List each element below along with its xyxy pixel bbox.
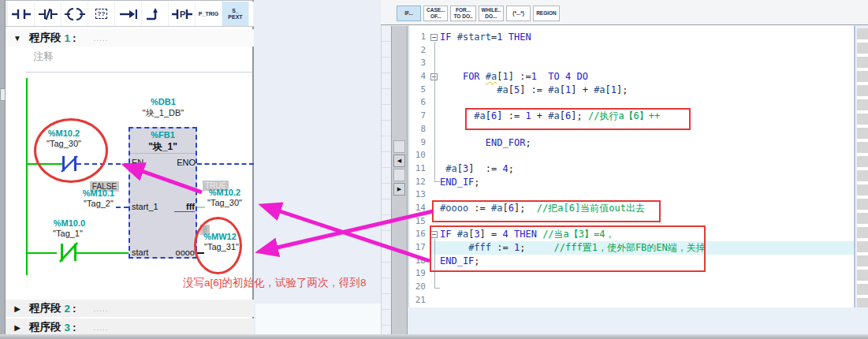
scl-toolbar-comment-button[interactable]: (*...*) — [506, 6, 531, 21]
scl-toolbar-region-button[interactable]: REGION — [533, 6, 560, 21]
code-line-12[interactable]: 12END_IF; — [409, 176, 854, 189]
red-annotation-text: 没写a[6]的初始化，试验了两次，得到8 — [183, 276, 419, 290]
out1-address[interactable]: %M10.2 — [204, 188, 245, 198]
line-number: 7 — [409, 110, 430, 123]
scl-toolbar-case-of-button[interactable]: CASE...OF... — [423, 6, 448, 21]
splitter-thumb[interactable] — [393, 140, 405, 153]
network-3-title-placeholder[interactable]: ..... — [76, 323, 109, 332]
fb-header-divider — [130, 153, 196, 154]
line-number: 15 — [409, 215, 430, 229]
in1-address[interactable]: %M10.1 — [78, 188, 119, 199]
network-comment[interactable]: 注释 — [33, 50, 246, 69]
empty-box-icon[interactable]: ?? — [88, 2, 114, 26]
empty-box-label: ?? — [95, 9, 108, 19]
coil-icon[interactable] — [61, 2, 88, 26]
network-1-header[interactable]: ▼ 程序段 1 : ..... — [6, 29, 254, 47]
line-number: 1 — [409, 31, 430, 44]
splitter-thumb[interactable] — [393, 169, 405, 181]
scl-toolbar-while-do-button[interactable]: WHILE..DO... — [479, 6, 505, 21]
highlight-box-line7 — [465, 108, 691, 130]
pin-fff[interactable]: fff — [174, 202, 195, 212]
line-number: 14 — [409, 202, 430, 215]
line-number: 12 — [409, 176, 430, 189]
close-branch-icon[interactable] — [142, 2, 168, 26]
line-number: 8 — [409, 123, 430, 136]
p-contact-icon[interactable]: P — [169, 2, 195, 26]
comment-underline — [25, 72, 252, 73]
code-line-2[interactable]: 2 — [409, 44, 854, 58]
open-branch-icon[interactable] — [115, 2, 141, 26]
highlight-circle-out2 — [194, 217, 242, 274]
window-bottom-edge — [0, 334, 868, 339]
p-trig-label: P_TRIG — [199, 11, 218, 17]
pin-eno[interactable]: ENO — [175, 158, 196, 167]
network-2-header[interactable]: ▶ 程序段 2 : ..... — [6, 300, 254, 317]
code-text: IF #start=1 THEN — [440, 31, 854, 44]
pin-en[interactable]: EN — [132, 158, 143, 167]
window-left-edge — [0, 0, 6, 339]
splitter-collapse-left-icon[interactable]: ◀ — [393, 155, 405, 167]
in1-tag-name[interactable]: "Tag_2" — [78, 199, 119, 209]
pin-start[interactable]: start — [132, 248, 148, 257]
line-number: 2 — [409, 44, 430, 58]
network-3-header[interactable]: ▶ 程序段 3 : ..... — [6, 319, 254, 336]
s-pext-button[interactable]: S_ PEXT — [222, 2, 248, 26]
code-line-1[interactable]: 1−IF #start=1 THEN — [409, 31, 854, 44]
code-line-10[interactable]: 10 — [409, 149, 854, 162]
fb-block[interactable]: %FB1 "块_1" — [129, 127, 197, 259]
contact2-address[interactable]: %M10.0 — [49, 218, 90, 229]
code-line-3[interactable]: 3 — [409, 57, 854, 70]
line-number: 17 — [409, 241, 430, 255]
power-rail — [26, 78, 28, 275]
code-text: FOR #a[1] :=1 TO 4 DO — [440, 70, 854, 84]
code-text: END_IF; — [440, 176, 854, 189]
line-number: 16 — [409, 228, 430, 241]
lad-toolbar: ?? P P_TRIG S_ PEXT — [6, 2, 254, 27]
line-number: 6 — [409, 96, 430, 110]
nc-contact-icon[interactable] — [35, 2, 61, 26]
collapse-triangle-icon[interactable]: ▼ — [6, 34, 29, 43]
fold-connector — [434, 42, 435, 181]
code-line-5[interactable]: 5 #a[5] := #a[1] + #a[1]; — [409, 84, 854, 97]
p-trig-button[interactable]: P_TRIG — [196, 2, 222, 26]
code-line-9[interactable]: 9 END_FOR; — [409, 136, 854, 150]
scl-toolbar-for-to-do-button[interactable]: FOR...TO DO.. — [450, 6, 475, 21]
scl-toolbar: IF...CASE...OF...FOR...TO DO..WHILE..DO.… — [397, 6, 560, 21]
scl-toolbar-if-button[interactable]: IF... — [397, 6, 421, 21]
network-1-title: 程序段 — [29, 31, 61, 45]
no-contact-icon[interactable] — [8, 2, 34, 26]
line-number: 4 — [409, 70, 430, 84]
svg-text:P: P — [180, 9, 185, 19]
line-number: 10 — [409, 149, 430, 162]
line-number: 13 — [409, 188, 430, 202]
splitter-collapse-right-icon[interactable]: ▶ — [393, 183, 405, 196]
db-address[interactable]: %DB1 — [138, 97, 188, 107]
network-1-title-placeholder[interactable]: ..... — [76, 34, 109, 43]
code-text — [440, 149, 854, 162]
contact2-tag-name[interactable]: "Tag_1" — [47, 229, 88, 239]
network-1-number: 1 — [61, 32, 71, 44]
splitter-grip[interactable] — [0, 88, 6, 101]
highlight-box-lines16-18 — [430, 225, 706, 272]
network-2-title: 程序段 — [29, 301, 61, 315]
code-line-11[interactable]: 11 #a[3] := 4; — [409, 162, 854, 176]
empty-canvas-area — [255, 26, 381, 304]
expand-triangle-icon[interactable]: ▶ — [6, 323, 29, 332]
fb-address: %FB1 — [130, 129, 196, 140]
code-text — [440, 44, 854, 58]
code-line-20[interactable]: 20 — [409, 281, 854, 294]
out1-tag-name[interactable]: "Tag_30" — [201, 198, 248, 208]
code-line-4[interactable]: 4− FOR #a[1] :=1 TO 4 DO — [409, 70, 854, 84]
highlight-box-line14 — [432, 200, 661, 222]
vertical-scrollbar[interactable] — [857, 28, 868, 307]
db-name[interactable]: "块_1_DB" — [132, 108, 195, 118]
code-text: END_FOR; — [440, 136, 854, 150]
s-pext-label: S_ PEXT — [228, 8, 242, 20]
code-text — [440, 294, 854, 307]
network-2-title-placeholder[interactable]: ..... — [76, 304, 109, 313]
code-line-21[interactable]: 21 — [409, 294, 854, 307]
pin-oooo[interactable]: oooo — [167, 248, 195, 257]
pin-start1[interactable]: start_1 — [132, 202, 158, 211]
highlight-circle-contact1 — [34, 118, 108, 183]
expand-triangle-icon[interactable]: ▶ — [6, 304, 29, 313]
